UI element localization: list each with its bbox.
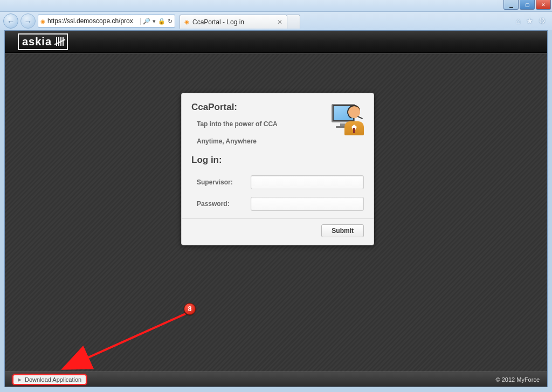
operator-avatar-icon [332, 101, 364, 135]
tab-title: CcaPortal - Log in [192, 18, 244, 26]
content-area: CcaPortal: Tap into the power of CCA Any… [5, 53, 547, 372]
annotation-badge: 8 [184, 303, 196, 315]
address-bar[interactable]: ◉ 🔎 ▾ 🔒 ↻ [38, 15, 175, 27]
window-title-bar: ▁ ▢ ✕ [0, 0, 552, 12]
supervisor-label: Supervisor: [197, 178, 251, 186]
settings-gear-icon[interactable]: ⚙ [539, 16, 546, 26]
chevron-right-icon: ▶ [18, 377, 22, 382]
download-application-label: Download Application [25, 376, 81, 383]
site-favicon-icon: ◉ [40, 18, 45, 24]
download-application-button[interactable]: ▶ Download Application [12, 374, 87, 385]
tally-icon [54, 37, 64, 46]
url-input[interactable] [47, 17, 138, 25]
home-icon[interactable]: ⌂ [516, 16, 521, 26]
window-close-button[interactable]: ✕ [536, 0, 551, 10]
browser-toolbar: ← → ◉ 🔎 ▾ 🔒 ↻ ◉ CcaPortal - Log in ✕ ⌂ ★… [0, 12, 552, 30]
svg-line-1 [85, 314, 185, 359]
favorites-icon[interactable]: ★ [526, 16, 533, 26]
refresh-icon[interactable]: ↻ [168, 18, 172, 25]
copyright-text: © 2012 MyForce [496, 376, 540, 383]
tab-close-icon[interactable]: ✕ [277, 18, 282, 26]
password-label: Password: [197, 200, 251, 208]
window-minimize-button[interactable]: ▁ [503, 0, 519, 10]
page-viewport: askia CcaPortal: Tap into the power of C… [4, 30, 548, 387]
tab-favicon-icon: ◉ [184, 19, 189, 25]
divider [182, 218, 374, 219]
window-maximize-button[interactable]: ▢ [520, 0, 535, 10]
site-header: askia [5, 31, 547, 53]
supervisor-input[interactable] [251, 175, 364, 189]
search-icon[interactable]: 🔎 [143, 18, 150, 25]
browser-tab[interactable]: ◉ CcaPortal - Log in ✕ [180, 15, 287, 29]
lock-icon: 🔒 [158, 18, 165, 25]
new-tab-button[interactable] [287, 15, 300, 29]
askia-logo: askia [18, 33, 68, 50]
nav-forward-button[interactable]: → [20, 13, 36, 29]
submit-button[interactable]: Submit [321, 224, 364, 237]
site-footer: ▶ Download Application © 2012 MyForce [5, 372, 547, 387]
login-panel: CcaPortal: Tap into the power of CCA Any… [181, 93, 374, 245]
password-input[interactable] [251, 197, 364, 211]
login-heading: Log in: [191, 155, 364, 166]
tagline-2: Anytime, Anywhere [191, 137, 364, 145]
nav-back-button[interactable]: ← [3, 13, 18, 29]
